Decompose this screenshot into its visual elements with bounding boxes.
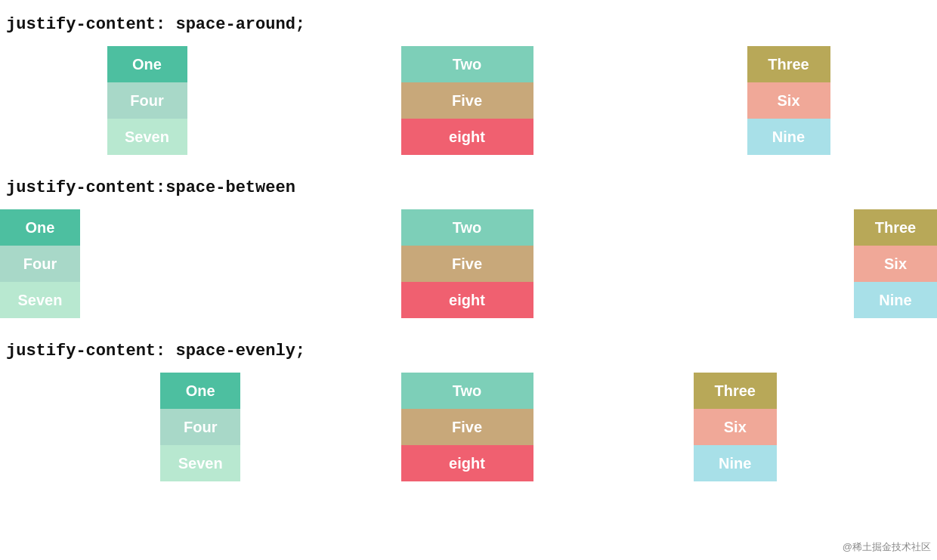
box-space-around-col2-two: Two [401, 46, 533, 82]
box-space-around-col3-six: Six [747, 82, 830, 119]
box-space-between-col3-nine: Nine [854, 282, 937, 318]
box-space-evenly-col2-eight: eight [401, 445, 533, 481]
box-space-around-col1-seven: Seven [107, 119, 187, 155]
box-space-evenly-col1-one: One [160, 373, 240, 409]
section-label-space-around: justify-content: space-around; [0, 8, 937, 39]
box-space-around-col2-eight: eight [401, 119, 533, 155]
column-space-between-2: TwoFiveeight [401, 209, 533, 318]
column-space-around-1: OneFourSeven [107, 46, 187, 155]
box-space-evenly-col3-nine: Nine [694, 445, 777, 481]
box-space-around-col1-one: One [107, 46, 187, 82]
column-space-evenly-3: ThreeSixNine [694, 373, 777, 481]
section-label-space-between: justify-content:space-between [0, 171, 937, 202]
box-space-between-col1-one: One [0, 209, 80, 246]
box-space-between-col3-three: Three [854, 209, 937, 246]
box-space-evenly-col3-three: Three [694, 373, 777, 409]
demo-container-space-between: OneFourSevenTwoFiveeightThreeSixNine [0, 202, 937, 334]
box-space-evenly-col1-seven: Seven [160, 445, 240, 481]
column-space-between-1: OneFourSeven [0, 209, 80, 318]
section-label-space-evenly: justify-content: space-evenly; [0, 334, 937, 365]
column-space-between-3: ThreeSixNine [854, 209, 937, 318]
column-space-evenly-1: OneFourSeven [160, 373, 240, 481]
demo-container-space-around: OneFourSevenTwoFiveeightThreeSixNine [0, 39, 937, 171]
box-space-evenly-col2-five: Five [401, 409, 533, 445]
box-space-evenly-col3-six: Six [694, 409, 777, 445]
column-space-around-2: TwoFiveeight [401, 46, 533, 155]
box-space-between-col1-seven: Seven [0, 282, 80, 318]
box-space-around-col1-four: Four [107, 82, 187, 119]
box-space-between-col2-five: Five [401, 246, 533, 282]
box-space-evenly-col1-four: Four [160, 409, 240, 445]
watermark: @稀土掘金技术社区 [843, 540, 931, 554]
box-space-around-col3-nine: Nine [747, 119, 830, 155]
demo-container-space-evenly: OneFourSevenTwoFiveeightThreeSixNine [0, 365, 937, 497]
box-space-around-col2-five: Five [401, 82, 533, 119]
box-space-around-col3-three: Three [747, 46, 830, 82]
box-space-between-col2-eight: eight [401, 282, 533, 318]
column-space-evenly-2: TwoFiveeight [401, 373, 533, 481]
box-space-evenly-col2-two: Two [401, 373, 533, 409]
box-space-between-col3-six: Six [854, 246, 937, 282]
column-space-around-3: ThreeSixNine [747, 46, 830, 155]
box-space-between-col1-four: Four [0, 246, 80, 282]
box-space-between-col2-two: Two [401, 209, 533, 246]
